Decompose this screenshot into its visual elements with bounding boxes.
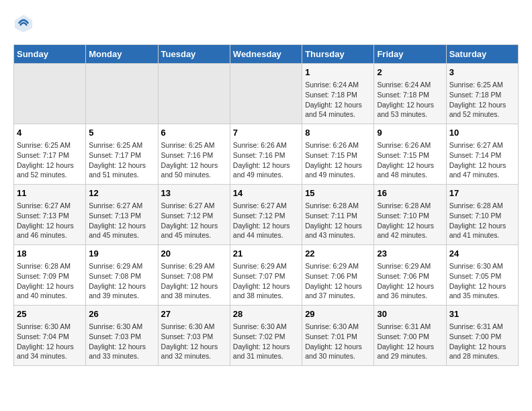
day-number: 26 (89, 308, 154, 320)
day-info: Sunrise: 6:26 AM Sunset: 7:15 PM Dayligh… (377, 140, 443, 180)
day-number: 20 (161, 248, 227, 260)
day-cell: 20Sunrise: 6:29 AM Sunset: 7:08 PM Dayli… (158, 245, 230, 306)
day-number: 5 (89, 127, 154, 139)
day-cell: 26Sunrise: 6:30 AM Sunset: 7:03 PM Dayli… (86, 306, 158, 366)
day-number: 19 (89, 248, 154, 260)
day-cell (230, 64, 302, 124)
day-cell: 10Sunrise: 6:27 AM Sunset: 7:14 PM Dayli… (446, 124, 518, 185)
day-info: Sunrise: 6:30 AM Sunset: 7:01 PM Dayligh… (305, 322, 371, 361)
week-row-2: 4Sunrise: 6:25 AM Sunset: 7:17 PM Daylig… (14, 124, 519, 185)
day-info: Sunrise: 6:29 AM Sunset: 7:06 PM Dayligh… (377, 261, 443, 301)
day-info: Sunrise: 6:29 AM Sunset: 7:08 PM Dayligh… (89, 261, 154, 301)
day-cell: 11Sunrise: 6:27 AM Sunset: 7:13 PM Dayli… (14, 185, 86, 245)
day-info: Sunrise: 6:30 AM Sunset: 7:03 PM Dayligh… (161, 322, 227, 361)
day-info: Sunrise: 6:30 AM Sunset: 7:04 PM Dayligh… (17, 322, 83, 361)
day-cell (14, 64, 86, 124)
day-cell: 1Sunrise: 6:24 AM Sunset: 7:18 PM Daylig… (302, 64, 374, 124)
day-info: Sunrise: 6:24 AM Sunset: 7:18 PM Dayligh… (377, 80, 443, 120)
day-number: 15 (305, 187, 371, 199)
day-number: 12 (89, 187, 154, 199)
day-cell: 4Sunrise: 6:25 AM Sunset: 7:17 PM Daylig… (14, 124, 86, 185)
day-number: 17 (449, 187, 515, 199)
day-number: 3 (449, 66, 515, 79)
day-info: Sunrise: 6:30 AM Sunset: 7:05 PM Dayligh… (449, 261, 515, 301)
day-cell: 25Sunrise: 6:30 AM Sunset: 7:04 PM Dayli… (14, 306, 86, 366)
day-cell: 17Sunrise: 6:28 AM Sunset: 7:10 PM Dayli… (446, 185, 518, 245)
calendar-table: SundayMondayTuesdayWednesdayThursdayFrid… (13, 44, 519, 366)
logo-icon (13, 13, 34, 34)
day-cell: 28Sunrise: 6:30 AM Sunset: 7:02 PM Dayli… (230, 306, 302, 366)
day-cell: 12Sunrise: 6:27 AM Sunset: 7:13 PM Dayli… (86, 185, 158, 245)
day-cell: 6Sunrise: 6:25 AM Sunset: 7:16 PM Daylig… (158, 124, 230, 185)
day-info: Sunrise: 6:31 AM Sunset: 7:00 PM Dayligh… (377, 322, 443, 361)
day-number: 13 (161, 187, 227, 199)
day-info: Sunrise: 6:24 AM Sunset: 7:18 PM Dayligh… (305, 80, 371, 120)
day-cell: 22Sunrise: 6:29 AM Sunset: 7:06 PM Dayli… (302, 245, 374, 306)
day-info: Sunrise: 6:25 AM Sunset: 7:17 PM Dayligh… (89, 140, 154, 180)
day-cell: 9Sunrise: 6:26 AM Sunset: 7:15 PM Daylig… (374, 124, 446, 185)
day-cell: 31Sunrise: 6:31 AM Sunset: 7:00 PM Dayli… (446, 306, 518, 366)
day-cell: 30Sunrise: 6:31 AM Sunset: 7:00 PM Dayli… (374, 306, 446, 366)
header-cell-thursday: Thursday (302, 45, 374, 64)
day-number: 25 (17, 308, 83, 320)
day-info: Sunrise: 6:28 AM Sunset: 7:10 PM Dayligh… (449, 201, 515, 240)
day-cell: 13Sunrise: 6:27 AM Sunset: 7:12 PM Dayli… (158, 185, 230, 245)
day-cell: 3Sunrise: 6:25 AM Sunset: 7:18 PM Daylig… (446, 64, 518, 124)
header-cell-saturday: Saturday (446, 45, 518, 64)
day-number: 4 (17, 127, 83, 139)
day-cell: 29Sunrise: 6:30 AM Sunset: 7:01 PM Dayli… (302, 306, 374, 366)
day-number: 2 (377, 66, 443, 79)
day-cell: 7Sunrise: 6:26 AM Sunset: 7:16 PM Daylig… (230, 124, 302, 185)
day-number: 1 (305, 66, 371, 79)
day-number: 28 (233, 308, 299, 320)
week-row-1: 1Sunrise: 6:24 AM Sunset: 7:18 PM Daylig… (14, 64, 519, 124)
day-cell: 21Sunrise: 6:29 AM Sunset: 7:07 PM Dayli… (230, 245, 302, 306)
day-cell: 16Sunrise: 6:28 AM Sunset: 7:10 PM Dayli… (374, 185, 446, 245)
day-number: 29 (305, 308, 371, 320)
day-number: 24 (449, 248, 515, 260)
header-row: SundayMondayTuesdayWednesdayThursdayFrid… (14, 45, 519, 64)
day-cell: 5Sunrise: 6:25 AM Sunset: 7:17 PM Daylig… (86, 124, 158, 185)
day-info: Sunrise: 6:25 AM Sunset: 7:16 PM Dayligh… (161, 140, 227, 180)
day-cell: 23Sunrise: 6:29 AM Sunset: 7:06 PM Dayli… (374, 245, 446, 306)
day-number: 27 (161, 308, 227, 320)
day-cell: 15Sunrise: 6:28 AM Sunset: 7:11 PM Dayli… (302, 185, 374, 245)
day-info: Sunrise: 6:30 AM Sunset: 7:03 PM Dayligh… (89, 322, 154, 361)
day-number: 31 (449, 308, 515, 320)
day-cell: 19Sunrise: 6:29 AM Sunset: 7:08 PM Dayli… (86, 245, 158, 306)
day-info: Sunrise: 6:26 AM Sunset: 7:16 PM Dayligh… (233, 140, 299, 180)
day-cell (158, 64, 230, 124)
day-cell: 2Sunrise: 6:24 AM Sunset: 7:18 PM Daylig… (374, 64, 446, 124)
day-info: Sunrise: 6:29 AM Sunset: 7:06 PM Dayligh… (305, 261, 371, 301)
day-info: Sunrise: 6:29 AM Sunset: 7:08 PM Dayligh… (161, 261, 227, 301)
header-cell-friday: Friday (374, 45, 446, 64)
day-number: 10 (449, 127, 515, 139)
day-number: 8 (305, 127, 371, 139)
day-info: Sunrise: 6:25 AM Sunset: 7:18 PM Dayligh… (449, 80, 515, 120)
week-row-4: 18Sunrise: 6:28 AM Sunset: 7:09 PM Dayli… (14, 245, 519, 306)
day-number: 21 (233, 248, 299, 260)
day-number: 6 (161, 127, 227, 139)
header-cell-sunday: Sunday (14, 45, 86, 64)
header-cell-monday: Monday (86, 45, 158, 64)
day-info: Sunrise: 6:27 AM Sunset: 7:13 PM Dayligh… (89, 201, 154, 240)
day-number: 18 (17, 248, 83, 260)
day-info: Sunrise: 6:26 AM Sunset: 7:15 PM Dayligh… (305, 140, 371, 180)
day-info: Sunrise: 6:28 AM Sunset: 7:11 PM Dayligh… (305, 201, 371, 240)
day-cell: 27Sunrise: 6:30 AM Sunset: 7:03 PM Dayli… (158, 306, 230, 366)
day-cell: 8Sunrise: 6:26 AM Sunset: 7:15 PM Daylig… (302, 124, 374, 185)
day-info: Sunrise: 6:25 AM Sunset: 7:17 PM Dayligh… (17, 140, 83, 180)
header-cell-tuesday: Tuesday (158, 45, 230, 64)
week-row-3: 11Sunrise: 6:27 AM Sunset: 7:13 PM Dayli… (14, 185, 519, 245)
week-row-5: 25Sunrise: 6:30 AM Sunset: 7:04 PM Dayli… (14, 306, 519, 366)
day-info: Sunrise: 6:29 AM Sunset: 7:07 PM Dayligh… (233, 261, 299, 301)
day-number: 23 (377, 248, 443, 260)
day-info: Sunrise: 6:28 AM Sunset: 7:10 PM Dayligh… (377, 201, 443, 240)
day-number: 11 (17, 187, 83, 199)
day-info: Sunrise: 6:27 AM Sunset: 7:14 PM Dayligh… (449, 140, 515, 180)
header-cell-wednesday: Wednesday (230, 45, 302, 64)
day-number: 22 (305, 248, 371, 260)
day-number: 14 (233, 187, 299, 199)
day-cell: 18Sunrise: 6:28 AM Sunset: 7:09 PM Dayli… (14, 245, 86, 306)
day-info: Sunrise: 6:27 AM Sunset: 7:12 PM Dayligh… (233, 201, 299, 240)
